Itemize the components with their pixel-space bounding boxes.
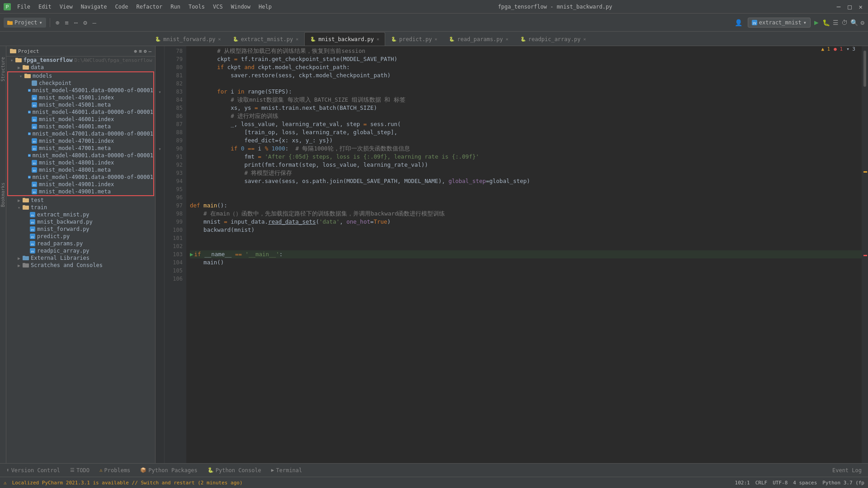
tab-readpic-array[interactable]: 🐍 readpic_array.py ✕: [514, 32, 592, 46]
tree-test-folder[interactable]: ▶ test: [6, 197, 155, 204]
toolbar-minimize-panel-icon[interactable]: —: [91, 17, 98, 28]
debug-button[interactable]: 🐛: [822, 19, 830, 26]
menu-file[interactable]: File: [14, 3, 34, 11]
bottom-tab-python-packages[interactable]: 📦 Python Packages: [136, 465, 202, 475]
tab-read-params[interactable]: 🐍 read_params.py ✕: [443, 32, 514, 46]
bottom-tab-todo[interactable]: ☰ TODO: [66, 465, 94, 475]
menu-view[interactable]: View: [56, 3, 76, 11]
sidebar-collapse-icon[interactable]: ≡: [139, 48, 142, 54]
tab-close-readpic-array[interactable]: ✕: [583, 37, 586, 42]
toolbar-list-icon[interactable]: ≡: [63, 17, 70, 28]
tree-model-48001-index[interactable]: py mnist_model-48001.index: [8, 159, 153, 166]
scroll-thumb[interactable]: [863, 51, 866, 87]
close-button[interactable]: ✕: [857, 3, 864, 10]
tree-extract-mnist[interactable]: py extract_mnist.py: [6, 211, 155, 218]
left-strip: Structure Bookmarks: [0, 46, 6, 463]
tree-model-46001-data[interactable]: py mnist_model-46001.data-00000-of-00001: [8, 108, 153, 116]
menu-navigate[interactable]: Navigate: [77, 3, 111, 11]
tree-mnist-forward[interactable]: py mnist_forward.py: [6, 225, 155, 233]
menu-run[interactable]: Run: [167, 3, 184, 11]
tab-close-extract-mnist[interactable]: ✕: [296, 37, 298, 42]
settings-button[interactable]: ⚙: [861, 19, 864, 26]
fold-arrow-83[interactable]: ▾: [158, 89, 161, 94]
menu-tools[interactable]: Tools: [185, 3, 208, 11]
warning-count[interactable]: ▲ 1: [821, 46, 830, 52]
coverage-button[interactable]: ☰: [833, 19, 839, 26]
tab-close-predict[interactable]: ✕: [434, 37, 437, 42]
menu-window[interactable]: Window: [227, 3, 254, 11]
bottom-tab-terminal[interactable]: ▶ Terminal: [267, 465, 307, 475]
menu-edit[interactable]: Edit: [35, 3, 55, 11]
tree-model-49001-meta[interactable]: py mnist_model-49001.meta: [8, 188, 153, 195]
code-content[interactable]: # 从模型路径加载已有的训练结果，恢复到当前session ckpt = tf.…: [186, 46, 862, 463]
user-icon[interactable]: 👤: [733, 17, 744, 28]
tab-mnist-backward[interactable]: 🐍 mnist_backward.py ✕: [304, 32, 385, 46]
menu-help[interactable]: Help: [255, 3, 275, 11]
tree-read-params[interactable]: py read_params.py: [6, 240, 155, 247]
tree-external-libs[interactable]: ▶ External Libraries: [6, 254, 155, 262]
tree-model-48001-meta[interactable]: py mnist_model-48001.meta: [8, 166, 153, 174]
maximize-button[interactable]: □: [846, 3, 853, 10]
status-charset[interactable]: UTF-8: [773, 480, 788, 486]
tree-model-45001-meta[interactable]: py mnist_model-45001.meta: [8, 101, 153, 108]
run-button[interactable]: ▶: [814, 18, 819, 27]
tree-model-47001-meta[interactable]: py mnist_model-47001.meta: [8, 145, 153, 152]
tree-checkpoint[interactable]: checkpoint: [8, 80, 153, 87]
tab-close-mnist-backward[interactable]: ✕: [377, 37, 379, 42]
tree-model-46001-meta[interactable]: py mnist_model-46001.meta: [8, 123, 153, 130]
gutter-83[interactable]: ▾: [156, 88, 164, 96]
scroll-right[interactable]: [862, 46, 868, 463]
hint-count[interactable]: ▾ 3: [846, 46, 855, 52]
run-indicator[interactable]: ▶: [190, 250, 193, 258]
sidebar-close-icon[interactable]: —: [148, 48, 151, 54]
tree-root[interactable]: ▾ fpga_tensorflow D:\AWCloud\fpga_tensor…: [6, 56, 155, 64]
tree-model-45001-index[interactable]: py mnist_model-45001.index: [8, 94, 153, 101]
tree-model-47001-data[interactable]: py mnist_model-47001.data-00000-of-00001: [8, 130, 153, 137]
status-python[interactable]: Python 3.7 (fp: [822, 480, 864, 486]
toolbar-add-icon[interactable]: ⊕: [54, 17, 61, 28]
bottom-tab-problems[interactable]: ⚠ Problems: [95, 465, 135, 475]
status-crlf[interactable]: CRLF: [755, 480, 768, 486]
toolbar-more-icon[interactable]: ⋯: [72, 17, 80, 28]
tree-predict[interactable]: py predict.py: [6, 233, 155, 240]
tab-predict[interactable]: 🐍 predict.py ✕: [385, 32, 443, 46]
sidebar-locate-icon[interactable]: ⊕: [134, 48, 137, 54]
tree-scratches[interactable]: ▶ Scratches and Consoles: [6, 262, 155, 269]
tab-mnist-forward[interactable]: 🐍 mnist_forward.py ✕: [149, 32, 227, 46]
menu-code[interactable]: Code: [112, 3, 132, 11]
tree-models-folder[interactable]: ▾ models: [8, 72, 153, 80]
fold-arrow-90[interactable]: ▾: [158, 146, 161, 151]
tree-readpic-array[interactable]: py readpic_array.py: [6, 247, 155, 254]
tree-model-47001-index[interactable]: py mnist_model-47001.index: [8, 137, 153, 145]
tree-model-49001-index[interactable]: py mnist_model-49001.index: [8, 181, 153, 188]
menu-vcs[interactable]: VCS: [209, 3, 226, 11]
sidebar-settings-icon[interactable]: ⚙: [144, 48, 147, 54]
toolbar-gear-icon[interactable]: ⚙: [81, 17, 89, 28]
status-indent[interactable]: 4 spaces: [793, 480, 817, 486]
bottom-tab-python-console[interactable]: 🐍 Python Console: [203, 465, 266, 475]
gutter-90[interactable]: ▾: [156, 145, 164, 153]
tree-train-folder[interactable]: ▾ train: [6, 204, 155, 211]
menu-refactor[interactable]: Refactor: [132, 3, 166, 11]
tree-model-46001-index[interactable]: py mnist_model-46001.index: [8, 116, 153, 123]
profile-button[interactable]: ⏱: [841, 19, 848, 26]
bottom-tab-event-log[interactable]: Event Log: [828, 465, 866, 475]
tab-close-mnist-forward[interactable]: ✕: [218, 37, 221, 42]
minimize-button[interactable]: ─: [835, 3, 842, 10]
status-warning-text[interactable]: Localized PyCharm 2021.3.1 is available …: [12, 480, 243, 486]
tree-mnist-backward[interactable]: py mnist_backward.py: [6, 218, 155, 225]
tree-model-49001-data[interactable]: py mnist_model-49001.data-00000-of-00001: [8, 174, 153, 181]
bookmarks-label[interactable]: Bookmarks: [0, 181, 5, 209]
bottom-tab-version-control[interactable]: ⬆ Version Control: [2, 465, 65, 475]
tree-model-48001-data[interactable]: py mnist_model-48001.data-00000-of-00001: [8, 152, 153, 159]
project-selector[interactable]: Project ▾: [4, 18, 46, 28]
structure-label[interactable]: Structure: [0, 48, 5, 90]
tab-extract-mnist[interactable]: 🐍 extract_mnist.py ✕: [227, 32, 305, 46]
tree-model-45001-data[interactable]: py mnist_model-45001.data-00000-of-00001: [8, 87, 153, 94]
run-config-selector[interactable]: py extract_mnist ▾: [748, 18, 811, 28]
tab-close-read-params[interactable]: ✕: [506, 37, 509, 42]
code-text-93: # 将模型进行保存: [190, 169, 292, 177]
error-count[interactable]: ● 1: [834, 46, 843, 52]
search-everywhere-button[interactable]: 🔍: [850, 19, 858, 26]
tree-data-folder[interactable]: ▶ data: [6, 64, 155, 71]
